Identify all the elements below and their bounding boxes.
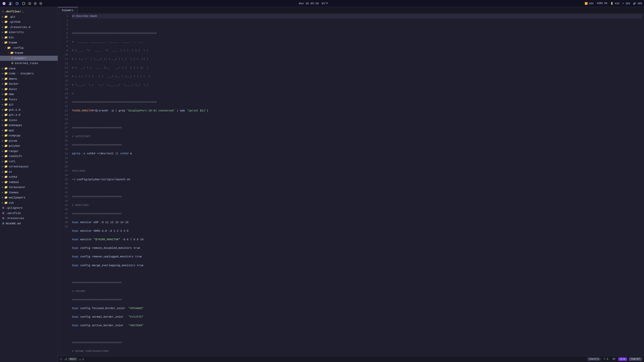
sidebar-item-dunst[interactable]: ▶ 📁 dunst	[0, 87, 58, 92]
folder-git-icon: 📁	[4, 15, 8, 19]
terminal-icon[interactable]: ▟	[9, 2, 13, 6]
folder-icon: 📁	[4, 165, 8, 169]
filetype: sh	[611, 358, 616, 360]
folder-icon: 📁	[4, 175, 8, 179]
folder-label: themes	[9, 191, 19, 195]
chevron-down-icon: ▾	[2, 41, 3, 44]
folder-icon: 📁	[4, 160, 8, 164]
folder-label: icons	[9, 118, 17, 123]
folder-icon: 📁	[4, 72, 8, 76]
folder-icon: 📁	[4, 144, 8, 148]
folder-icon: 📁	[4, 92, 8, 97]
folder-icon: 📁	[4, 180, 8, 185]
wifi-status: 📶 ASV	[585, 2, 594, 5]
folder-icon: 📁	[4, 170, 8, 174]
sidebar-item-ncmpcpp[interactable]: ▶ 📁 ncmpcpp	[0, 133, 58, 138]
sidebar-item-picom[interactable]: ▶ 📁 picom	[0, 138, 58, 144]
sidebar-item-fonts[interactable]: ▶ 📁 fonts	[0, 97, 58, 102]
sidebar-item-bspwm[interactable]: ▾ 📂 bspwm	[0, 40, 58, 45]
sidebar-item-dmenu[interactable]: ▶ 📁 dmenu	[0, 76, 58, 82]
root-label: .dotfiles/..	[5, 10, 24, 14]
sidebar-item-sxhkd[interactable]: ▶ 📁 sxhkd	[0, 174, 58, 180]
sidebar-item-ranger[interactable]: ▶ 📁 ranger	[0, 149, 58, 154]
sidebar-item-themes[interactable]: ▶ 📁 themes	[0, 190, 58, 195]
folder-icon: ▾	[2, 10, 4, 14]
file-label: .Xresources	[6, 216, 24, 221]
sidebar-item-mimeapps[interactable]: ▶ 📁 mimeapps	[0, 123, 58, 128]
sidebar-item-bspwmrc[interactable]: ⬡ bspwmrc	[0, 56, 58, 61]
file-icon: 🗎	[11, 61, 14, 66]
volume-status: 🔊 48%	[633, 2, 642, 5]
folder-label: dunst	[9, 87, 17, 92]
sidebar-item-gitignore[interactable]: 🗎 .gitignore	[0, 205, 58, 211]
folder-label: Code - Insiders	[9, 72, 34, 76]
sidebar-item-readme[interactable]: 🗎 README.md	[0, 221, 58, 226]
folder-label: zsh	[9, 201, 14, 205]
sidebar-item-external-rules[interactable]: 🗎 external_rules	[0, 61, 58, 66]
file-git-icon: 🗎	[2, 206, 5, 210]
datetime: Nov 28 05:38	[299, 2, 319, 5]
sidebar-item-alacritty[interactable]: ▶ 📁 alacritty	[0, 30, 58, 35]
brightness-status: ☀ 16%	[622, 2, 630, 5]
sidebar-item-xresources[interactable]: 🗎 .Xresources	[0, 216, 58, 221]
sidebar-item-icons[interactable]: ▶ 📁 icons	[0, 118, 58, 123]
git-status: ⎇ main	[64, 357, 77, 361]
sidebar-item-redshift[interactable]: ▶ 📁 redshift	[0, 154, 58, 159]
folder-label: polybar	[9, 144, 20, 148]
sidebar-item-code-insiders[interactable]: ▶ 📁 Code - Insiders	[0, 71, 58, 76]
sidebar-item-xresources-d[interactable]: ▶ 📁 .Xresources.d	[0, 25, 58, 30]
main-area: ▾ .dotfiles/.. ▶ 📁 .git ▶ 📁 .github ▶ 📁 …	[0, 7, 644, 362]
sidebar-item-dwm[interactable]: ▶ 📁 dwm	[0, 92, 58, 97]
git-branch-icon: ⎇	[64, 358, 67, 361]
folder-icon: 📁	[4, 123, 8, 128]
sidebar-item-mpd[interactable]: ▶ 📁 mpd	[0, 128, 58, 133]
tab-bspwmrc[interactable]: bspwmrc	[58, 7, 78, 13]
folder-icon: 📁	[4, 134, 8, 138]
folder-github-icon: 📁	[4, 20, 8, 24]
sidebar-item-cava[interactable]: ▶ 📁 cava	[0, 66, 58, 71]
chevron-right-icon: ▶	[2, 67, 3, 70]
sidebar-item-bspwm-sub[interactable]: ▾ 📂 bspwm	[0, 50, 58, 56]
sidebar-item-rofi[interactable]: ▶ 📁 rofi	[0, 159, 58, 164]
sidebar-item-git-dir[interactable]: ▶ 📁 .git	[0, 14, 58, 20]
folder-icon: 📁	[4, 98, 8, 102]
sidebar-root: ▾ .dotfiles/..	[0, 9, 58, 14]
chevron-right-icon: ▶	[2, 196, 3, 199]
sidebar-item-github[interactable]: ▶ 📁 .github	[0, 19, 58, 25]
sidebar-item-zsh[interactable]: ▶ 📁 zsh	[0, 200, 58, 206]
sidebar-item-config[interactable]: ▾ 📂 .config	[0, 45, 58, 51]
sidebar-item-gtk3[interactable]: ▶ 📁 gtk-3.0	[0, 112, 58, 118]
sidebar-item-wallpapers[interactable]: ▶ 📁 wallpapers	[0, 195, 58, 200]
folder-icon: 📁	[4, 25, 8, 29]
folder-label: dwm	[9, 92, 14, 97]
battery-status: 🔋 41%	[610, 2, 619, 5]
browser-icon[interactable]	[22, 2, 26, 6]
folder-icon: 📁	[4, 30, 8, 35]
folder-open-icon: 📂	[10, 51, 14, 55]
cursor-position: 1:1	[618, 357, 627, 361]
folder-icon: 📁	[4, 191, 8, 195]
sidebar-item-git[interactable]: ▶ 📁 git	[0, 102, 58, 107]
chevron-right-icon: ▶	[2, 134, 3, 137]
sidebar-item-bin[interactable]: ▶ 📁 bin	[0, 35, 58, 40]
folder-label: fonts	[9, 98, 17, 102]
vim-icon: ⬡	[60, 358, 62, 361]
chevron-right-icon: ▶	[2, 77, 3, 80]
svg-point-0	[3, 2, 6, 5]
sidebar-item-st[interactable]: ▶ 📁 st	[0, 169, 58, 175]
sidebar-item-polybar[interactable]: ▶ 📁 polybar	[0, 143, 58, 149]
topbar: ▟ Nov 28 05:38 33°F 📶 ASV 430G 9% 🔋 41% …	[0, 0, 644, 7]
sidebar-item-docker[interactable]: ▶ 📁 docker	[0, 81, 58, 87]
clock-icon[interactable]	[15, 2, 19, 6]
sidebar-item-xprofile[interactable]: 🗎 .xprofile	[0, 211, 58, 216]
chevron-right-icon: ▶	[2, 160, 3, 163]
chevron-right-icon: ▶	[2, 98, 3, 101]
chevron-right-icon: ▶	[2, 150, 3, 153]
sidebar-item-screenlayout[interactable]: ▶ 📁 screenlayout	[0, 164, 58, 169]
sidebar-item-gtk2[interactable]: ▶ 📁 gtk-2.0	[0, 107, 58, 113]
sidebar-item-terminator[interactable]: ▶ 📁 terminator	[0, 185, 58, 190]
sidebar-item-tabbed[interactable]: ▶ 📁 tabbed	[0, 180, 58, 185]
code-area[interactable]: #!/bin/env bash ########################…	[70, 14, 644, 356]
file-rc2-icon: 🗎	[2, 211, 5, 216]
folder-open-icon: 📂	[4, 41, 8, 45]
